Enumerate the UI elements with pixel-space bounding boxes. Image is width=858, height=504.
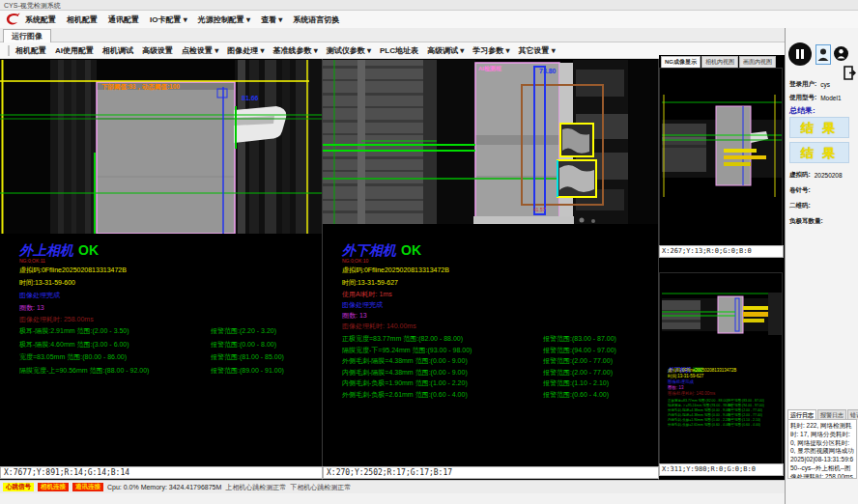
measurement-value: 外侧毛刺-隔膜=4.38mm 范围:(0.00 - 9.00) <box>342 356 543 366</box>
heartbeat-badge: 心跳信号 <box>3 483 34 491</box>
control-panel: 登录用户: cys 使用型号: Model1 总结果: 结 果 结 果 虚拟码:… <box>785 28 858 504</box>
measurement-value: 内侧毛刺-隔膜=4.38mm 范围:(0.00 - 9.00) <box>342 368 543 378</box>
measurement-value: 隔膜宽度-上=90.56mm 范围:(88.00 - 92.00) <box>19 366 211 376</box>
menubar: 系统配置相机配置通讯配置IO卡配置 ▾光源控制配置 ▾查看 ▾系统语言切换 <box>0 11 858 28</box>
measurement-alarm-range: 报警范围:(94.00 - 97.00) <box>543 346 616 355</box>
pixel-coords-bar: X:270;Y:2502;R:17;G:17;B:17 <box>323 466 659 479</box>
camera-title: 外上相机 <box>19 242 73 258</box>
measurement-row: 宽度=83.05mm 范围:(80.00 - 86.00) 报警范围:(81.0… <box>19 352 321 366</box>
measurement-value: 外侧毛刺-负极=2.61mm 范围:(0.60 - 4.00) <box>342 390 543 400</box>
process-done-line: 图像处理完成 <box>342 301 383 308</box>
measurement-row: 隔膜宽度-上=90.56mm 范围:(88.00 - 92.00) 报警范围:(… <box>19 366 321 379</box>
measurement-row: 内侧毛刺-隔膜=4.38mm 范围:(0.00 - 9.00) 报警范围:(2.… <box>342 368 653 379</box>
measurement-row: 极耳-隔膜:2.91mm 范围:(2.00 - 3.50) 报警范围:(2.20… <box>19 326 321 340</box>
app-window: CYS-视觉检测系统 系统配置相机配置通讯配置IO卡配置 ▾光源控制配置 ▾查看… <box>0 0 858 504</box>
measurement-row: 内侧毛刺-负极=1.90mm 范围:(1.00 - 2.20) 报警范围:(1.… <box>342 378 653 390</box>
measurement-list: 极耳-隔膜:2.91mm 范围:(2.00 - 3.50) 报警范围:(2.20… <box>19 326 321 378</box>
toolbar-item[interactable]: 相机配置 <box>15 45 46 56</box>
measurement-alarm-range: 报警范围:(0.60 - 4.00) <box>543 390 609 400</box>
preview-top[interactable]: X:267;Y:13;R:0;G:0;B:0 <box>659 68 783 257</box>
toolbar-item[interactable]: 其它设置 ▾ <box>519 45 556 56</box>
window-title: CYS-视觉检测系统 <box>4 2 61 9</box>
log-output[interactable]: 耗时: 222, 网络检测耗时: 17, 网络分类耗时: 0, 网络提取分区耗时… <box>787 419 857 479</box>
toolbar-item[interactable]: AI使用配置 <box>55 45 94 56</box>
measurement-value: 正极宽度=83.77mm 范围:(82.00 - 88.00) <box>342 334 543 344</box>
toolbar-item[interactable]: 测试仪参数 ▾ <box>327 45 371 56</box>
toolbar-item[interactable]: 学习参数 ▾ <box>472 45 509 56</box>
loop-count-line: 圈数: 13 <box>19 304 44 311</box>
cpu-memory-status: Cpu: 0.0% Memory: 3424.41796875M <box>107 484 221 490</box>
tab-camera-view[interactable]: 相机内视图 <box>701 56 738 68</box>
measurement-alarm-range: 报警范围:(2.00 - 77.00) <box>543 356 613 366</box>
status-bar: 心跳信号 相机连接 通讯连接 Cpu: 0.0% Memory: 3424.41… <box>0 480 785 493</box>
measurement-alarm-range: 报警范围:(89.00 - 91.00) <box>211 366 284 376</box>
winder-label: 卷针号: <box>789 186 811 195</box>
toolbar-item[interactable]: 高级调试 ▾ <box>427 45 464 56</box>
pause-button[interactable] <box>788 42 812 66</box>
menu-item[interactable]: 系统配置 <box>25 14 56 25</box>
menu-item[interactable]: 光源控制配置 ▾ <box>198 14 250 25</box>
virtual-code-row: 虚拟码: 20250208 <box>786 169 858 181</box>
qr-label: 二维码: <box>789 202 811 210</box>
menu-item[interactable]: 通讯配置 <box>108 14 139 25</box>
camera-counter: NG:0;OK:10 <box>342 259 368 264</box>
time-line: 时间:13-31-59-627 <box>342 279 398 286</box>
process-done-line: 图像处理完成 <box>19 292 60 298</box>
toolbar-items: 相机配置AI使用配置相机调试高级设置点检设置 ▾图像处理 ▾基准线参数 ▾测试仪… <box>15 45 556 56</box>
user-active-button[interactable] <box>815 44 831 65</box>
toolbar-item[interactable]: PLC地址表 <box>380 45 418 56</box>
result-display-1: 结 果 <box>789 117 849 138</box>
menu-items: 系统配置相机配置通讯配置IO卡配置 ▾光源控制配置 ▾查看 ▾系统语言切换 <box>25 14 339 25</box>
mini-process-done: 图像处理完成 <box>668 379 694 384</box>
model-label: 使用型号: <box>789 94 816 102</box>
camera-top-image[interactable]: 下部阈值:93，动态阈值:100 81.66 <box>0 60 322 238</box>
measurement-alarm-range: 报警范围:(2.00 - 77.00) <box>543 368 613 378</box>
menu-item[interactable]: 系统语言切换 <box>293 14 339 25</box>
tab-run-image[interactable]: 运行图像 <box>3 29 51 42</box>
virtual-code-label: 虚拟码: <box>789 171 811 180</box>
menu-item[interactable]: 查看 ▾ <box>261 14 282 25</box>
toolbar-item[interactable]: 图像处理 ▾ <box>227 45 264 56</box>
measurement-row: 极耳-隔膜:4.60mm 范围:(3.00 - 6.00) 报警范围:(0.00… <box>19 340 321 353</box>
loop-count-line: 圈数: 13 <box>342 312 367 319</box>
toolbar-item[interactable]: 高级设置 <box>142 45 173 56</box>
menu-item[interactable]: 相机配置 <box>67 14 98 25</box>
measurement-value: 隔膜宽度-下=95.24mm 范围:(93.00 - 98.00) <box>342 346 543 355</box>
mini-time: 时间:13-31-59-627 <box>668 374 703 378</box>
preview-tabs: NG成像显示 相机内视图 画面内视图 <box>661 56 776 68</box>
process-time-line: 图像处理耗时: 258.00ms <box>19 316 94 322</box>
ai-roi-label: AI检测框 <box>478 65 501 73</box>
toolbar-item[interactable]: 相机调试 <box>102 45 133 56</box>
total-result-label: 总结果: <box>789 105 815 116</box>
virtual-code-value: 20250208 <box>815 172 843 179</box>
camera-status: OK <box>401 242 421 258</box>
model-value: Model1 <box>820 95 841 101</box>
tab-count-row: 负极耳数量: <box>786 215 858 227</box>
measurement-value: 极耳-隔膜:4.60mm 范围:(3.00 - 6.00) <box>19 340 211 350</box>
toolbar-item[interactable]: 基准线参数 ▾ <box>273 45 318 56</box>
measurement-value: 极耳-隔膜:2.91mm 范围:(2.00 - 3.50) <box>19 326 211 336</box>
tab-frame-view[interactable]: 画面内视图 <box>739 56 776 68</box>
measurement-value: 外侧毛刺-负极=2.61mm 范围:(0.60 - 4.00) <box>668 423 728 428</box>
camera-top-heartbeat-status: 上相机心跳检测正常 <box>225 483 286 492</box>
preview-bottom[interactable]: 外下相机OK 虚拟码:0Ffline2025020813313472B 时间:1… <box>659 272 783 475</box>
toolbar-item[interactable]: 点检设置 ▾ <box>182 45 218 56</box>
preview-column: NG成像显示 相机内视图 画面内视图 <box>659 55 785 480</box>
measure-overlay-label: 81.66 <box>242 95 259 101</box>
mini-measurement-list: 正极宽度=83.77mm 范围:(82.00 - 88.00) 报警范围:(83… <box>668 399 782 428</box>
measurement-row: 外侧毛刺-负极=2.61mm 范围:(0.60 - 4.00) 报警范围:(0.… <box>668 423 782 428</box>
measurement-alarm-range: 报警范围:(0.00 - 8.00) <box>211 340 276 350</box>
tab-ng-display[interactable]: NG成像显示 <box>661 56 701 68</box>
menu-item[interactable]: IO卡配置 ▾ <box>150 14 187 25</box>
measurement-row: 外侧毛刺-隔膜=4.38mm 范围:(0.00 - 9.00) 报警范围:(2.… <box>342 356 653 368</box>
measurement-alarm-range: 报警范围:(81.00 - 85.00) <box>211 352 284 362</box>
camera-top-panel: 下部阈值:93，动态阈值:100 81.66 外上相机OK NG:0;OK:11… <box>0 59 323 480</box>
camera-connection-badge: 相机连接 <box>38 483 69 491</box>
measurement-alarm-range: 报警范围:(2.20 - 3.20) <box>211 326 276 336</box>
camera-bottom-image[interactable]: AI检测框 73.80 41.57 <box>323 60 658 228</box>
virtual-code-line: 虚拟码:0Ffline2025020813313472B <box>342 266 449 273</box>
winder-row: 卷针号: <box>786 184 858 196</box>
time-line: 时间:13-31-59-600 <box>19 279 75 286</box>
user-switch-button[interactable] <box>834 46 848 61</box>
measurement-row: 外侧毛刺-负极=2.61mm 范围:(0.60 - 4.00) 报警范围:(0.… <box>342 390 653 402</box>
